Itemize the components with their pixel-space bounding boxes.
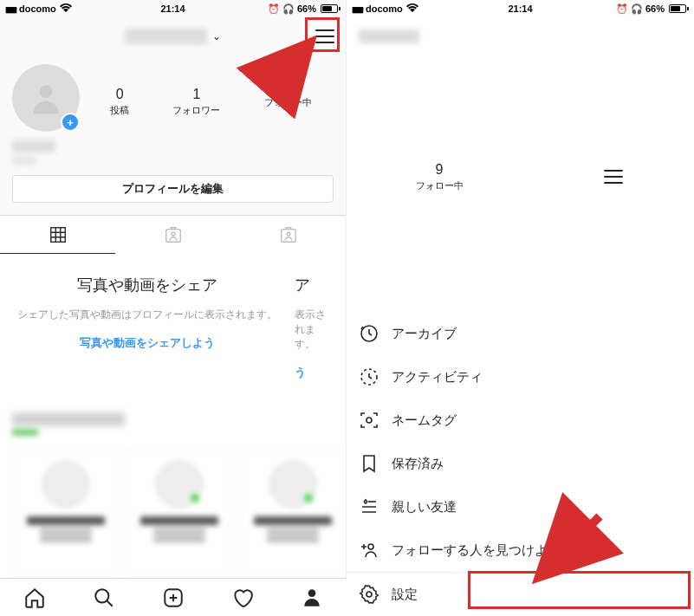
headphones-icon: 🎧 (631, 3, 643, 15)
share-cta[interactable]: 写真や動画をシェアしよう (80, 336, 215, 349)
nav-add[interactable] (162, 587, 185, 609)
suggestion-card[interactable] (126, 448, 232, 578)
tagged-icon (164, 225, 183, 244)
status-bar: docomo 21:14 ⏰ 🎧 66% (347, 0, 694, 17)
battery-icon (667, 4, 689, 13)
svg-point-5 (287, 232, 290, 236)
clip-title: ア (295, 275, 329, 295)
svg-point-11 (366, 418, 372, 423)
avatar[interactable]: + (12, 64, 80, 132)
menu-screen: docomo 21:14 ⏰ 🎧 66% 9 フォロー中 (347, 0, 694, 616)
gear-icon (359, 584, 379, 605)
add-story-icon[interactable]: + (61, 113, 80, 132)
signal-icon (5, 3, 16, 14)
stat-posts[interactable]: 0 投稿 (110, 87, 129, 117)
nametag-icon (359, 410, 379, 431)
carrier-label: docomo (366, 3, 403, 14)
discover-sub-blurred (12, 429, 38, 436)
tab-tagged-2[interactable] (230, 216, 346, 254)
annotation-arrow-menu (262, 36, 322, 101)
menu-discover[interactable]: フォローする人を見つけよう (347, 528, 694, 572)
menu-close-friends[interactable]: 親しい友達 (347, 485, 694, 528)
username-blurred (125, 29, 207, 44)
nav-search[interactable] (93, 587, 115, 609)
home-icon (23, 587, 46, 609)
activity-icon (359, 366, 379, 387)
menu-saved[interactable]: 保存済み (347, 442, 694, 485)
nav-profile[interactable] (301, 587, 323, 609)
clock: 21:14 (160, 3, 185, 14)
close-friends-icon (359, 496, 379, 517)
svg-point-3 (172, 232, 175, 236)
archive-icon (359, 323, 379, 344)
carrier-label: docomo (19, 3, 56, 14)
username-dropdown[interactable]: ⌄ (125, 29, 221, 44)
bio-section (0, 140, 346, 175)
discover-section (0, 401, 346, 587)
menu-settings[interactable]: 設定 (347, 572, 694, 616)
heart-icon (231, 587, 254, 609)
tab-grid[interactable] (0, 216, 115, 254)
wifi-icon (406, 3, 418, 15)
clip-cta[interactable]: う (295, 366, 306, 379)
suggestion-card[interactable] (239, 448, 346, 578)
person-icon (301, 587, 323, 609)
stat-following-right[interactable]: 9 フォロー中 (416, 162, 464, 192)
grid-icon (49, 225, 68, 244)
svg-point-12 (368, 544, 373, 549)
svg-point-0 (40, 85, 53, 98)
search-icon (93, 587, 115, 609)
battery-icon (319, 4, 341, 13)
svg-point-6 (95, 589, 108, 602)
display-name-blurred (12, 140, 55, 152)
chevron-down-icon: ⌄ (212, 30, 221, 42)
nav-home[interactable] (23, 587, 46, 609)
status-bar: docomo 21:14 ⏰ 🎧 66% (0, 0, 346, 17)
suggestion-card[interactable] (12, 448, 119, 578)
menu-button[interactable] (601, 165, 626, 189)
svg-rect-1 (50, 227, 65, 242)
annotation-arrow-settings (529, 509, 606, 591)
empty-content: 写真や動画をシェア シェアした写真や動画はプロフィールに表示されます。 写真や動… (0, 254, 346, 401)
hamburger-icon (604, 170, 623, 184)
menu-nametag[interactable]: ネームタグ (347, 399, 694, 442)
discover-title-blurred (12, 413, 125, 425)
menu-list: アーカイブ アクティビティ ネームタグ 保存済み 親しい友達 フォローする人を見… (347, 310, 694, 572)
menu-header (347, 17, 694, 55)
headphones-icon: 🎧 (282, 3, 295, 15)
tagged-icon (279, 225, 298, 244)
clock: 21:14 (508, 3, 532, 14)
tab-tagged-1[interactable] (115, 216, 230, 254)
edit-profile-button[interactable]: プロフィールを編集 (12, 175, 334, 203)
person-icon (27, 79, 65, 117)
add-icon (162, 587, 185, 609)
username-blurred (359, 29, 419, 43)
alarm-icon: ⏰ (268, 3, 280, 15)
profile-tabs (0, 215, 346, 254)
alarm-icon: ⏰ (616, 3, 628, 15)
menu-activity[interactable]: アクティビティ (347, 355, 694, 399)
stat-followers[interactable]: 1 フォロワー (172, 87, 220, 117)
svg-point-13 (366, 592, 372, 597)
battery-percent: 66% (297, 3, 316, 14)
discover-people-icon (359, 540, 379, 561)
nav-activity[interactable] (231, 587, 254, 609)
share-desc: シェアした写真や動画はプロフィールに表示されます。 (17, 308, 277, 322)
menu-archive[interactable]: アーカイブ (347, 312, 694, 355)
clip-desc: 表示されます。 (295, 308, 329, 352)
signal-icon (352, 3, 362, 14)
wifi-icon (60, 3, 72, 15)
svg-point-8 (308, 589, 316, 597)
battery-percent: 66% (645, 3, 665, 14)
bookmark-icon (359, 453, 379, 474)
bio-text-blurred (12, 156, 36, 165)
bottom-nav (0, 578, 347, 616)
share-title: 写真や動画をシェア (17, 275, 277, 295)
